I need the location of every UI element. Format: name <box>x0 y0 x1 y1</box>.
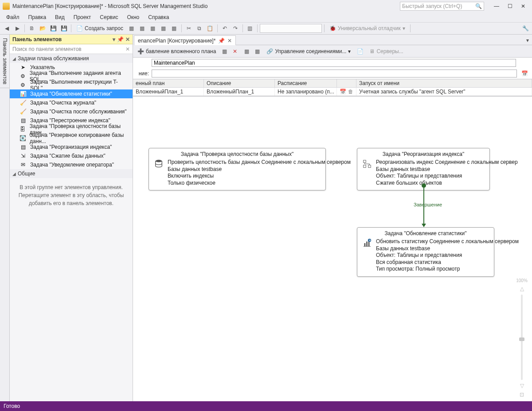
plan-schedule-button[interactable]: 📅 <box>520 69 529 78</box>
redo-button[interactable]: ↷ <box>231 23 240 33</box>
menu-edit[interactable]: Правка <box>25 13 50 21</box>
caret-down-icon: ◢ <box>12 56 16 61</box>
pin-icon[interactable]: 📌 <box>218 38 225 44</box>
properties-button[interactable]: ▥ <box>245 23 255 33</box>
new-file-button[interactable]: 🗎 <box>27 23 37 33</box>
bug-icon: 🐞 <box>329 25 336 31</box>
plan-header: ние: 📅 енный план Описание Расписание За… <box>133 58 532 96</box>
menu-window[interactable]: Окно <box>123 13 143 21</box>
cut-button[interactable]: ✂ <box>184 23 194 33</box>
connector-reorg-to-stats[interactable]: Завершение <box>423 185 477 227</box>
schedule-icon-1[interactable]: ▦ <box>242 47 251 56</box>
toolbox-search-input[interactable]: Поиск по панели элементов ✕ <box>10 44 133 54</box>
toolbox-item-notify-operator[interactable]: ✉Задача "Уведомление оператора" <box>10 160 133 169</box>
design-surface[interactable]: Задача "Проверка целостности базы данных… <box>133 96 532 401</box>
menu-help[interactable]: Справка <box>145 13 172 21</box>
toolbox-group-maintenance[interactable]: ◢ Задачи плана обслуживания <box>10 54 133 63</box>
task-check-integrity[interactable]: Задача "Проверка целостности базы данных… <box>149 148 326 190</box>
nav-fwd-button[interactable]: ▶ <box>12 23 22 33</box>
zoom-out-button[interactable]: ▽ <box>520 383 524 389</box>
xmla-query-button[interactable]: ▦ <box>159 23 168 33</box>
save-button[interactable]: 💾 <box>48 23 58 33</box>
xml-button[interactable]: ▦ <box>169 23 179 33</box>
plan-desc-label: ние: <box>136 70 149 77</box>
task-update-stats[interactable]: Задача "Обновление статистики" Обновить … <box>357 227 494 277</box>
close-panel-icon[interactable]: ✕ <box>125 36 130 43</box>
menu-view[interactable]: Вид <box>51 13 68 21</box>
side-tab-toolbox[interactable]: Панель элементов <box>0 35 9 88</box>
doc-tab-maintenance-plan[interactable]: enancePlan [Конструирование]* 📌 ✕ <box>134 35 236 45</box>
toolbox-item-backup[interactable]: 💽Задача "Резервное копирование базы данн… <box>10 134 133 143</box>
schedule-icon-2[interactable]: ▦ <box>252 47 262 56</box>
menu-file[interactable]: Файл <box>3 13 23 21</box>
subplan-grid: енный план Описание Расписание Запуск от… <box>133 79 532 96</box>
toolbox-item-tsql[interactable]: ⚙Задача "Выполнение инструкции T-SQL" <box>10 81 133 89</box>
new-query-icon: 📄 <box>76 25 83 31</box>
servers-icon: 🖥 <box>369 48 375 54</box>
close-tab-icon[interactable]: ✕ <box>227 38 232 44</box>
db-engine-query-button[interactable]: ▦ <box>127 23 137 33</box>
manage-connections-button[interactable]: 🔗 Управление соединениями... ▾ <box>264 47 353 56</box>
clear-search-icon[interactable]: ✕ <box>125 46 130 52</box>
quick-launch-placeholder: Быстрый запуск (Ctrl+Q) <box>402 3 462 9</box>
zoom-fit-button[interactable]: ⊡ <box>520 392 524 398</box>
calendar-icon[interactable]: 📅 <box>340 89 346 95</box>
add-subplan-button[interactable]: ➕ бавление вложенного плана <box>135 47 219 56</box>
svg-point-0 <box>156 160 162 163</box>
toolbox-item-reorg-index[interactable]: ▤Задача "Реорганизация индекса" <box>10 143 133 151</box>
new-query-button[interactable]: 📄 Создать запрос <box>74 23 126 33</box>
zoom-slider[interactable] <box>521 295 523 380</box>
registered-servers-button[interactable]: 🔧 <box>520 23 530 33</box>
pin-icon[interactable]: 📌 <box>117 36 124 43</box>
debugger-button[interactable]: 🐞 Универсальный отладчик ▾ <box>327 23 408 33</box>
plan-desc-input[interactable] <box>152 70 517 78</box>
toolbox-item-update-stats[interactable]: 📊Задача "Обновление статистики" <box>10 89 133 98</box>
toolbox-group-general[interactable]: ◢ Общие <box>10 169 133 178</box>
calendar-remove-icon[interactable]: 🗑 <box>348 89 353 95</box>
dmx-query-button[interactable]: ▦ <box>148 23 158 33</box>
task-icon: 🧹 <box>20 108 27 115</box>
status-text: Готово <box>4 403 20 409</box>
main-toolbar: ◀ ▶ 🗎 📂 💾 💾 📄 Создать запрос ▦ ▦ ▦ ▦ ▦ ✂… <box>0 22 532 35</box>
mdx-query-button[interactable]: ▦ <box>137 23 147 33</box>
restore-button[interactable]: ☐ <box>504 2 516 11</box>
zoom-in-button[interactable]: △ <box>520 286 524 292</box>
caret-down-icon: ◢ <box>12 171 16 176</box>
col-icons <box>337 79 356 88</box>
nav-back-button[interactable]: ◀ <box>2 23 12 33</box>
delete-subplan-button[interactable]: ✕ <box>230 47 240 56</box>
menu-bar: Файл Правка Вид Проект Сервис Окно Справ… <box>0 12 532 22</box>
zoom-control[interactable]: 100% △ ▽ ⊡ <box>515 278 528 398</box>
col-desc: Описание <box>204 79 275 88</box>
app-icon <box>3 3 10 10</box>
servers-button[interactable]: 🖥 Серверы... <box>367 47 406 56</box>
paste-button[interactable]: 📋 <box>205 23 215 33</box>
task-icon: ⚙ <box>20 73 26 80</box>
task-icon: 📊 <box>20 90 27 97</box>
toolbox-item-maint-cleanup[interactable]: 🧹Задача "Очистка после обслуживания" <box>10 107 133 116</box>
menu-project[interactable]: Проект <box>70 13 95 21</box>
svg-rect-4 <box>364 243 366 246</box>
svg-rect-5 <box>366 241 368 246</box>
save-all-button[interactable]: 💾 <box>59 23 69 33</box>
minimize-button[interactable]: — <box>490 2 503 11</box>
subplan-row[interactable]: ВложенныйПлан_1 ВложенныйПлан_1 Не запла… <box>133 88 532 96</box>
tab-overflow-button[interactable]: ▾ <box>523 35 532 45</box>
chevron-down-icon: ▾ <box>348 48 351 54</box>
copy-button[interactable]: ⧉ <box>195 23 204 33</box>
toolbox-item-history-cleanup[interactable]: 🧹Задача "Очистка журнала" <box>10 98 133 107</box>
quick-launch-input[interactable]: Быстрый запуск (Ctrl+Q) 🔍 <box>400 2 484 11</box>
col-subplan: енный план <box>133 79 204 88</box>
undo-button[interactable]: ↶ <box>220 23 230 33</box>
menu-tools[interactable]: Сервис <box>96 13 121 21</box>
title-bar: MaintenancePlan [Конструирование]* - Mic… <box>0 0 532 12</box>
toolbox-item-shrink-db[interactable]: ⇲Задача "Сжатие базы данных" <box>10 151 133 160</box>
open-button[interactable]: 📂 <box>38 23 47 33</box>
subplan-props-button[interactable]: ▦ <box>219 47 229 56</box>
plan-name-input[interactable] <box>152 59 516 67</box>
dropdown-icon[interactable]: ▾ <box>113 36 115 43</box>
reporting-button[interactable]: 📄 <box>355 47 365 56</box>
close-button[interactable]: ✕ <box>517 2 529 11</box>
task-icon: ▤ <box>20 117 27 124</box>
database-combo[interactable] <box>260 24 322 33</box>
